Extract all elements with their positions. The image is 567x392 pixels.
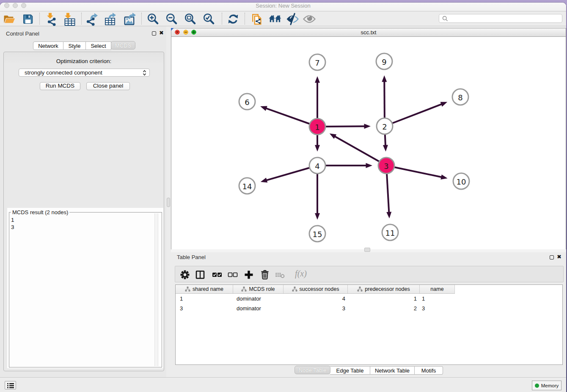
graph-node-14[interactable]: 14 (239, 178, 255, 194)
table-cell[interactable]: 4 (284, 294, 348, 304)
table-cell[interactable]: 1 (176, 294, 233, 304)
table-cell[interactable]: 1 (420, 294, 455, 304)
close-panel-button[interactable]: Close panel (86, 82, 130, 90)
table-panel-title: Table Panel (177, 254, 206, 260)
column-tree-icon (185, 287, 190, 292)
import-table-icon[interactable] (63, 13, 76, 25)
mcds-tab-content: Optimization criterion: strongly connect… (3, 52, 164, 371)
node-label-14: 14 (242, 182, 252, 191)
graph-node-7[interactable]: 7 (309, 54, 325, 70)
table-tab-motifs[interactable]: Motifs (415, 366, 443, 375)
memory-button[interactable]: Memory (532, 381, 561, 390)
float-panel-icon[interactable] (152, 31, 156, 36)
search-box[interactable] (439, 14, 562, 23)
table-cell[interactable]: 2 (348, 304, 420, 313)
gear-icon[interactable] (180, 270, 190, 280)
export-table-icon[interactable] (104, 13, 117, 25)
search-input[interactable] (450, 15, 560, 22)
graph-node-1[interactable]: 1 (309, 119, 325, 135)
network-graph: 1234678910111415 (171, 37, 566, 249)
network-window-title-bar[interactable]: scc.txt (171, 28, 566, 37)
app-title-bar[interactable]: Session: New Session (0, 3, 566, 11)
vertical-splitter-handle[interactable] (167, 198, 170, 207)
table-cell[interactable]: dominator (233, 294, 284, 304)
table-cell[interactable]: 3 (420, 304, 455, 313)
node-label-9: 9 (382, 58, 386, 66)
zoom-in-icon[interactable] (147, 13, 160, 25)
node-label-8: 8 (458, 93, 462, 102)
optimization-criterion-value: strongly connected component (25, 69, 102, 76)
graph-node-15[interactable]: 15 (309, 226, 325, 242)
table-tab-network-table[interactable]: Network Table (370, 366, 415, 375)
vertical-splitter[interactable] (166, 26, 171, 377)
column-header-MCDS-role[interactable]: MCDS role (233, 285, 284, 293)
control-tab-mcds[interactable]: MCDS (111, 41, 135, 50)
control-tab-style[interactable]: Style (63, 41, 86, 50)
function-icon[interactable]: f(x) (292, 269, 310, 279)
graph-node-8[interactable]: 8 (452, 89, 468, 105)
edge-arrow-3-1 (330, 133, 336, 139)
hide-panel-icon[interactable] (286, 13, 299, 25)
export-image-icon[interactable] (123, 13, 136, 25)
column-header-successor-nodes[interactable]: successor nodes (284, 285, 348, 293)
table-cell[interactable]: 1 (348, 294, 420, 304)
horizontal-splitter[interactable] (171, 249, 566, 252)
import-network-icon[interactable] (45, 13, 58, 25)
table-cell[interactable]: dominator (233, 304, 284, 313)
control-tab-network[interactable]: Network (33, 41, 63, 50)
delete-icon[interactable] (260, 270, 270, 280)
graph-node-6[interactable]: 6 (239, 94, 255, 110)
deselect-all-icon[interactable] (228, 270, 238, 280)
horizontal-splitter-handle[interactable] (364, 248, 370, 252)
table-panel-tabs: Node TableEdge TableNetwork TableMotifs (295, 366, 443, 375)
run-mcds-button[interactable]: Run MCDS (40, 82, 80, 90)
table-cell[interactable]: 3 (176, 304, 233, 313)
table-panel: Table Panel ✖ f(x) shared nameMCDS roles… (171, 252, 566, 377)
table-close-panel-icon[interactable]: ✖ (557, 254, 561, 259)
export-network-icon[interactable] (86, 13, 99, 25)
duplicate-network-icon[interactable] (250, 13, 263, 25)
split-view-icon[interactable] (195, 270, 205, 280)
graph-node-3[interactable]: 3 (378, 157, 394, 174)
edge-2-8[interactable] (385, 104, 443, 126)
zoom-out-icon[interactable] (165, 13, 178, 25)
column-header-name[interactable]: name (420, 285, 455, 293)
toolbar-separator (81, 13, 82, 25)
graph-node-2[interactable]: 2 (377, 118, 393, 134)
table-float-panel-icon[interactable] (550, 255, 554, 259)
graph-node-10[interactable]: 10 (453, 173, 469, 189)
graph-node-11[interactable]: 11 (382, 224, 398, 240)
mcds-result-text[interactable]: 1 3 (9, 217, 153, 365)
network-canvas[interactable]: 1234678910111415 (171, 37, 566, 249)
close-panel-icon[interactable]: ✖ (159, 30, 164, 36)
node-label-1: 1 (315, 123, 319, 132)
edge-3-1[interactable] (334, 136, 386, 166)
zoom-fit-icon[interactable] (184, 13, 197, 25)
table-row[interactable]: 1dominator411 (176, 294, 455, 304)
optimization-criterion-select[interactable]: strongly connected component (19, 69, 150, 77)
save-session-icon[interactable] (22, 13, 34, 25)
task-history-button[interactable] (5, 381, 16, 389)
select-all-icon[interactable] (212, 270, 222, 280)
add-column-icon[interactable] (244, 270, 254, 280)
delete-table-icon[interactable] (275, 270, 285, 280)
graph-node-4[interactable]: 4 (309, 157, 325, 174)
mcds-result-group: MCDS result (2 nodes) 1 3 (9, 212, 162, 367)
result-scrollbar[interactable] (154, 213, 158, 366)
status-bar: Memory (0, 377, 566, 392)
column-header-predecessor-nodes[interactable]: predecessor nodes (348, 285, 420, 293)
column-header-shared-name[interactable]: shared name (176, 285, 233, 293)
table-tab-edge-table[interactable]: Edge Table (330, 366, 370, 375)
edge-arrow-3-11 (386, 212, 391, 218)
show-panel-icon[interactable] (303, 13, 316, 25)
open-file-icon[interactable] (3, 13, 16, 25)
table-tab-node-table[interactable]: Node Table (295, 366, 330, 374)
graph-node-9[interactable]: 9 (376, 53, 392, 69)
zoom-selected-icon[interactable] (203, 13, 215, 25)
control-tab-select[interactable]: Select (86, 41, 111, 50)
node-label-15: 15 (313, 230, 322, 239)
table-cell[interactable]: 3 (284, 304, 348, 313)
home-icon[interactable] (269, 13, 281, 25)
refresh-icon[interactable] (227, 13, 239, 25)
table-row[interactable]: 3dominator323 (176, 304, 455, 313)
